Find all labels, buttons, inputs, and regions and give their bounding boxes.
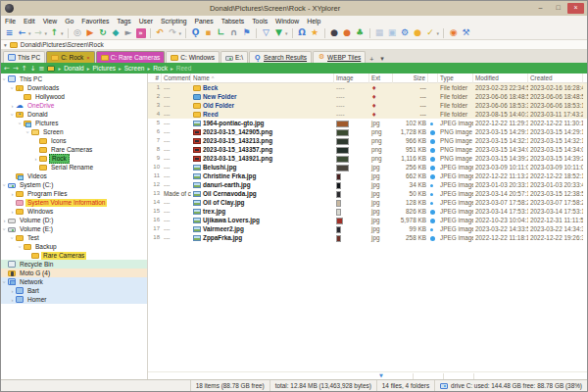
- file-row-christine-frka-jpg[interactable]: 11---Christine Frka.jpgjpg662 KBJPEG ima…: [148, 172, 587, 180]
- close-button[interactable]: ×: [567, 3, 584, 14]
- back-button[interactable]: ←▾: [16, 27, 32, 39]
- tree-item-moto-g-4[interactable]: Moto G (4): [1, 269, 147, 277]
- address-path[interactable]: Donald\Pictures\Screen\Rock: [21, 41, 104, 48]
- menu-item-help[interactable]: Help: [307, 18, 320, 24]
- menu-item-edit[interactable]: Edit: [24, 18, 35, 24]
- tree-item-test[interactable]: ›Test: [1, 233, 147, 242]
- file-row-vairmeer2-jpg[interactable]: 17---Vairmeer2.jpgjpg99 KBJPEG image2023…: [148, 224, 587, 233]
- expand-icon[interactable]: ›: [9, 287, 16, 295]
- tree-item-this-pc[interactable]: ›This PC: [1, 74, 147, 83]
- tree-item-videos[interactable]: Videos: [1, 172, 147, 180]
- crumb-forward-icon[interactable]: →: [13, 64, 19, 74]
- preview-pane-button[interactable]: ▣: [386, 27, 399, 39]
- file-row-beck[interactable]: 1---Beck----♦---File folder2023-02-23 22…: [148, 83, 587, 92]
- menu-item-tools[interactable]: Tools: [252, 18, 268, 24]
- dropdown-arrow-icon[interactable]: ▾: [28, 30, 31, 36]
- file-row-zppafrka-jpg[interactable]: 18---ZppaFrka.jpgjpg258 KBJPEG image2022…: [148, 233, 587, 242]
- crumb-segment-rock[interactable]: Rock: [153, 65, 168, 72]
- tree-item-serial-rename[interactable]: Serial Rename: [1, 163, 147, 172]
- expand-icon[interactable]: ›: [1, 217, 8, 224]
- crumb-folder-icon[interactable]: [47, 66, 55, 72]
- address-dropdown-icon[interactable]: ▾: [4, 42, 7, 48]
- tree-item-windows[interactable]: ›Windows: [1, 207, 147, 216]
- tab-close-icon[interactable]: ×: [86, 55, 90, 61]
- bell-button[interactable]: ∩: [227, 27, 240, 39]
- tree-item-homer[interactable]: ›Homer: [1, 295, 147, 304]
- duck-button[interactable]: ●: [412, 27, 424, 39]
- crumb-segment-donald[interactable]: Donald: [64, 65, 84, 72]
- tab-e[interactable]: E:\: [220, 51, 248, 63]
- refresh-button[interactable]: ↻: [97, 27, 110, 39]
- expand-icon[interactable]: ›: [9, 296, 16, 304]
- maximize-button[interactable]: □: [550, 3, 566, 14]
- file-row-2023-03-15-143921-png[interactable]: 9---2023-03-15_143921.pngpng1,116 KBPNG …: [148, 154, 587, 163]
- favorites-star-button[interactable]: ★: [309, 27, 321, 39]
- tree-path-button[interactable]: ∟: [215, 27, 227, 39]
- file-row-oil-cernavoda-jpg[interactable]: 13Made of clayOil Cernavoda.jpgjpg50 KBJ…: [148, 189, 587, 198]
- tree-item-volume-e[interactable]: ›Volume (E:): [1, 224, 147, 233]
- dropdown-arrow-icon[interactable]: ▾: [179, 30, 182, 36]
- tab-c-rock[interactable]: C: Rock×: [46, 51, 95, 63]
- address-bar[interactable]: ▾ Donald\Pictures\Screen\Rock: [1, 40, 587, 50]
- column-header-name[interactable]: Name^: [191, 74, 334, 83]
- tree-item-program-files[interactable]: ›Program Files: [1, 189, 147, 198]
- file-row-1964-pontiac-gto-jpg[interactable]: 5---1964-pontiac-gto.jpgjpg102 KBJPEG im…: [148, 119, 587, 127]
- column-header-image[interactable]: Image: [334, 74, 369, 83]
- tab-c-rare-cameras[interactable]: C: Rare Cameras: [96, 51, 166, 63]
- file-row-reed[interactable]: 4---Reed----♦---File folder2023-08-15 14…: [148, 110, 587, 119]
- column-header-type[interactable]: Type: [438, 74, 473, 83]
- menu-item-user[interactable]: User: [139, 18, 153, 24]
- tab-list-button[interactable]: ▾: [377, 55, 387, 63]
- tree-item-hollywood[interactable]: Hollywood: [1, 92, 147, 101]
- column-header-modified[interactable]: Modified: [473, 74, 528, 83]
- tree-item-pictures[interactable]: ›Pictures: [1, 119, 147, 127]
- column-header-size[interactable]: Size: [393, 74, 428, 83]
- file-row-2023-03-15-143213-png[interactable]: 7---2023-03-15_143213.pngpng966 KBPNG im…: [148, 136, 587, 145]
- tree-item-screen[interactable]: ›Screen: [1, 127, 147, 136]
- minimize-button[interactable]: –: [532, 3, 549, 14]
- menu-item-favorites[interactable]: Favorites: [81, 18, 109, 24]
- expand-icon[interactable]: ›: [9, 102, 16, 110]
- expand-icon[interactable]: ›: [9, 190, 16, 198]
- tree-item-system-volume-information[interactable]: System Volume Information: [1, 198, 147, 207]
- filter-active-button[interactable]: ▼▾: [272, 27, 289, 39]
- file-row-2023-03-15-143357-png[interactable]: 8---2023-03-15_143357.pngpng951 KBPNG im…: [148, 145, 587, 154]
- basketball-button[interactable]: ●: [341, 27, 354, 39]
- crumb-menu-icon[interactable]: ≡: [39, 64, 45, 74]
- column-header-ext[interactable]: Ext: [369, 74, 393, 83]
- dropdown-arrow-icon[interactable]: ▾: [61, 30, 64, 36]
- tree-item-icons[interactable]: Icons: [1, 136, 147, 145]
- plant-button[interactable]: ♣: [354, 27, 367, 39]
- menu-item-go[interactable]: Go: [65, 18, 74, 24]
- tree-item-network[interactable]: ›Network: [1, 277, 147, 286]
- menu-item-tabsets[interactable]: Tabsets: [221, 18, 244, 24]
- search-button[interactable]: Ǫ: [189, 27, 202, 39]
- dropdown-arrow-icon[interactable]: ▾: [285, 30, 288, 36]
- column-header-comment[interactable]: Comment: [162, 74, 191, 83]
- file-row-belushi-jpg[interactable]: 10---Belushi.jpgjpg256 KBJPEG image2023-…: [148, 163, 587, 172]
- tree-item-onedrive[interactable]: ›OneDrive: [1, 101, 147, 110]
- expand-icon[interactable]: ›: [9, 208, 16, 216]
- column-header-[interactable]: #: [148, 74, 162, 83]
- tile-view-button[interactable]: ▦: [373, 27, 386, 39]
- crumb-segment-pictures[interactable]: Pictures: [93, 65, 116, 72]
- settings-gear-button[interactable]: ⚙: [399, 27, 412, 39]
- column-header-created[interactable]: Created: [528, 74, 583, 83]
- tree-item-rare-cameras[interactable]: Rare Cameras: [1, 251, 147, 260]
- file-row-danuri-earth-jpg[interactable]: 12---danuri-earth.jpgjpg34 KBJPEG image2…: [148, 180, 587, 189]
- menu-item-file[interactable]: File: [5, 18, 16, 24]
- send-button[interactable]: ►: [122, 27, 135, 39]
- ghost-button[interactable]: Ω: [296, 27, 309, 39]
- new-tab-button[interactable]: +: [367, 56, 376, 63]
- cleanup-button[interactable]: ✓▾: [424, 27, 441, 39]
- crumb-back-icon[interactable]: ←: [4, 64, 10, 74]
- file-row-old-folder[interactable]: 3---Old Folder----♦---File folder2023-06…: [148, 101, 587, 110]
- redo-button[interactable]: ↷▾: [167, 27, 183, 39]
- paper-folder-button[interactable]: ▪: [202, 27, 215, 39]
- dropdown-arrow-icon[interactable]: ▾: [45, 30, 48, 36]
- go-to-button[interactable]: ▶: [84, 27, 97, 39]
- tree-item-bart[interactable]: ›Bart: [1, 286, 147, 295]
- crumb-down-icon[interactable]: ↓: [30, 64, 36, 74]
- file-row-2023-03-15-142905-png[interactable]: 6---2023-03-15_142905.pngpng1,728 KBPNG …: [148, 127, 587, 136]
- up-button[interactable]: ↑▾: [48, 27, 65, 39]
